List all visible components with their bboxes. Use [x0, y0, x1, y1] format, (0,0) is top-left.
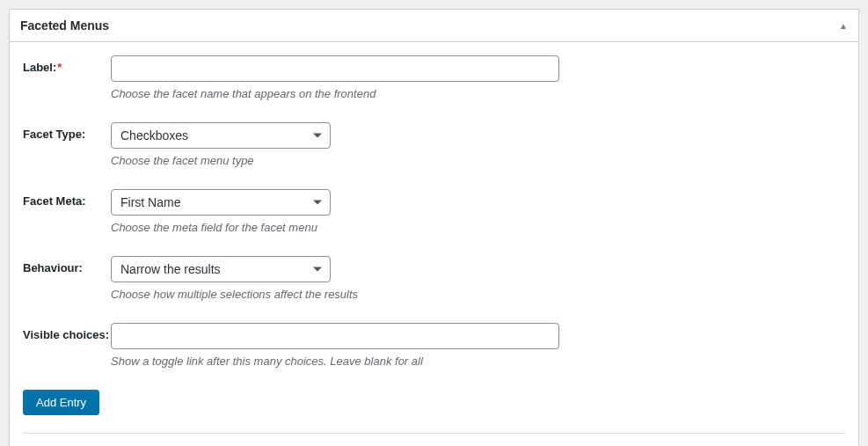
field-row-visible-choices: Visible choices: Show a toggle link afte… — [23, 323, 845, 368]
required-indicator: * — [57, 61, 62, 74]
collapse-icon: ▲ — [839, 21, 848, 31]
facet-meta-select-wrap: First Name — [111, 189, 331, 216]
behaviour-help: Choose how multiple selections affect th… — [111, 288, 845, 301]
facet-type-select[interactable]: Checkboxes — [111, 122, 331, 149]
facet-meta-select[interactable]: First Name — [111, 189, 331, 216]
facet-type-label: Facet Type: — [23, 122, 111, 167]
behaviour-select-wrap: Narrow the results — [111, 256, 331, 282]
label-input[interactable] — [111, 55, 559, 82]
behaviour-select[interactable]: Narrow the results — [111, 256, 331, 282]
field-row-label: Label:* Choose the facet name that appea… — [23, 55, 845, 100]
field-row-facet-meta: Facet Meta: First Name Choose the meta f… — [23, 189, 845, 234]
panel-body: Label:* Choose the facet name that appea… — [10, 42, 858, 446]
behaviour-label: Behaviour: — [23, 256, 111, 301]
facet-meta-label: Facet Meta: — [23, 189, 111, 234]
add-entry-button[interactable]: Add Entry — [23, 390, 99, 415]
visible-choices-help: Show a toggle link after this many choic… — [111, 355, 845, 368]
facet-meta-help: Choose the meta field for the facet menu — [111, 221, 845, 234]
panel-header[interactable]: Faceted Menus ▲ — [10, 10, 858, 42]
field-row-facet-type: Facet Type: Checkboxes Choose the facet … — [23, 122, 845, 167]
divider — [23, 433, 845, 434]
facet-type-help: Choose the facet menu type — [111, 154, 845, 167]
label-label: Label:* — [23, 55, 111, 100]
field-row-behaviour: Behaviour: Narrow the results Choose how… — [23, 256, 845, 301]
faceted-menus-panel: Faceted Menus ▲ Label:* Choose the facet… — [9, 9, 859, 446]
panel-title: Faceted Menus — [20, 18, 109, 33]
visible-choices-label: Visible choices: — [23, 323, 111, 368]
visible-choices-input[interactable] — [111, 323, 559, 349]
facet-type-select-wrap: Checkboxes — [111, 122, 331, 149]
label-help: Choose the facet name that appears on th… — [111, 87, 845, 100]
